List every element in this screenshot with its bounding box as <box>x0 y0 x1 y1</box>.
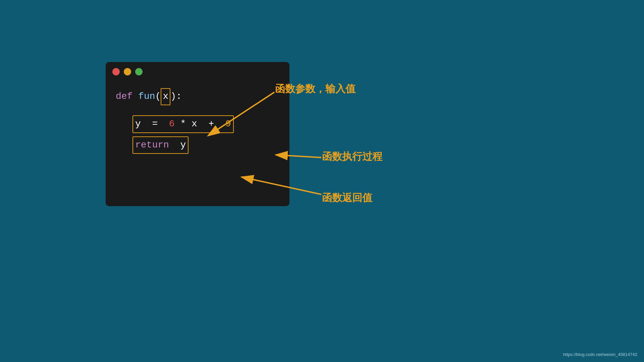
code-line-y: y = 6 * x + 9 <box>132 115 279 133</box>
annotation-param: 函数参数，输入值 <box>275 82 356 96</box>
plus-op: + <box>209 119 220 129</box>
keyword-def: def <box>116 89 138 104</box>
dot-green <box>135 68 143 75</box>
paren-close: ) <box>170 89 176 104</box>
window-controls <box>106 62 289 81</box>
mul-op: * <box>180 119 186 129</box>
code-line-def: def fun ( x ) : <box>116 88 279 105</box>
code-line-return: return y <box>132 136 279 154</box>
highlight-box-y: y = 6 * x + 9 <box>132 115 234 133</box>
var-x2: x <box>192 119 203 129</box>
dot-yellow <box>124 68 131 75</box>
colon: : <box>176 89 182 104</box>
code-window: def fun ( x ) : y = 6 * x + 9 <box>106 62 289 206</box>
annotation-process: 函数执行过程 <box>322 150 382 164</box>
keyword-fun: fun <box>138 89 155 104</box>
scene: def fun ( x ) : y = 6 * x + 9 <box>0 0 644 362</box>
assign-op: = <box>152 119 163 129</box>
num-9: 9 <box>225 119 231 129</box>
return-y: y <box>180 140 186 150</box>
annotation-return: 函数返回值 <box>322 191 372 205</box>
arrows-svg <box>0 0 644 362</box>
highlight-box-return: return y <box>132 136 189 154</box>
num-6: 6 <box>169 119 175 129</box>
param-x: x <box>161 88 170 105</box>
var-y: y <box>135 119 147 129</box>
watermark: https://blog.csdn.net/weixin_45814742 <box>563 352 637 357</box>
paren-open: ( <box>155 89 161 104</box>
dot-red <box>112 68 120 75</box>
keyword-return: return <box>135 140 175 150</box>
code-body: def fun ( x ) : y = 6 * x + 9 <box>106 81 289 164</box>
